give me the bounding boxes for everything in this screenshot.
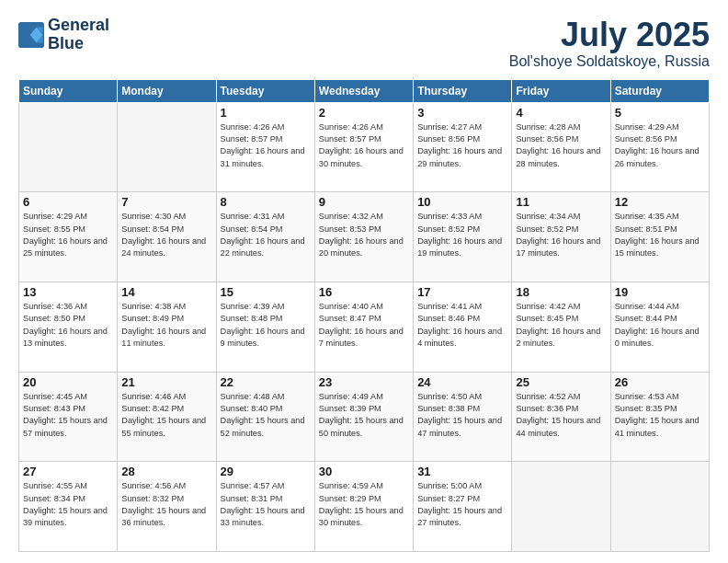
calendar-cell: 15Sunrise: 4:39 AMSunset: 8:48 PMDayligh… <box>216 282 314 372</box>
calendar-cell: 19Sunrise: 4:44 AMSunset: 8:44 PMDayligh… <box>610 282 709 372</box>
day-number: 5 <box>615 106 705 120</box>
day-number: 1 <box>221 106 311 120</box>
calendar-week-1: 1Sunrise: 4:26 AMSunset: 8:57 PMDaylight… <box>19 102 710 192</box>
month-title: July 2025 <box>509 17 710 53</box>
logo-text: General Blue <box>48 17 109 53</box>
calendar-cell: 18Sunrise: 4:42 AMSunset: 8:45 PMDayligh… <box>512 282 610 372</box>
day-info: Sunrise: 4:41 AMSunset: 8:46 PMDaylight:… <box>417 301 507 350</box>
day-info: Sunrise: 4:40 AMSunset: 8:47 PMDaylight:… <box>319 301 409 350</box>
weekday-header-tuesday: Tuesday <box>216 79 314 102</box>
calendar-cell: 9Sunrise: 4:32 AMSunset: 8:53 PMDaylight… <box>314 192 413 282</box>
day-number: 16 <box>319 285 409 299</box>
calendar-header-row: SundayMondayTuesdayWednesdayThursdayFrid… <box>19 79 710 102</box>
calendar-cell: 1Sunrise: 4:26 AMSunset: 8:57 PMDaylight… <box>216 102 314 192</box>
weekday-header-monday: Monday <box>118 79 216 102</box>
day-info: Sunrise: 4:53 AMSunset: 8:35 PMDaylight:… <box>615 391 705 440</box>
calendar-cell: 24Sunrise: 4:50 AMSunset: 8:38 PMDayligh… <box>414 372 512 462</box>
day-number: 4 <box>516 106 606 120</box>
page: General Blue July 2025 Bol'shoye Soldats… <box>0 0 728 563</box>
day-info: Sunrise: 4:31 AMSunset: 8:54 PMDaylight:… <box>221 211 311 259</box>
day-info: Sunrise: 5:00 AMSunset: 8:27 PMDaylight:… <box>417 480 507 529</box>
day-info: Sunrise: 4:48 AMSunset: 8:40 PMDaylight:… <box>221 391 311 440</box>
day-number: 17 <box>417 285 507 299</box>
day-info: Sunrise: 4:32 AMSunset: 8:53 PMDaylight:… <box>319 211 409 259</box>
day-info: Sunrise: 4:27 AMSunset: 8:56 PMDaylight:… <box>417 121 507 170</box>
day-number: 25 <box>516 375 606 389</box>
day-number: 27 <box>23 465 113 478</box>
day-info: Sunrise: 4:26 AMSunset: 8:57 PMDaylight:… <box>221 121 311 170</box>
weekday-header-saturday: Saturday <box>610 79 709 102</box>
day-info: Sunrise: 4:29 AMSunset: 8:56 PMDaylight:… <box>615 121 705 170</box>
day-number: 19 <box>615 285 705 299</box>
calendar-cell: 11Sunrise: 4:34 AMSunset: 8:52 PMDayligh… <box>512 192 610 282</box>
title-block: July 2025 Bol'shoye Soldatskoye, Russia <box>509 17 710 70</box>
calendar-cell: 10Sunrise: 4:33 AMSunset: 8:52 PMDayligh… <box>414 192 512 282</box>
calendar-cell: 17Sunrise: 4:41 AMSunset: 8:46 PMDayligh… <box>414 282 512 372</box>
day-number: 18 <box>516 285 606 299</box>
day-number: 10 <box>417 195 507 209</box>
calendar-cell: 6Sunrise: 4:29 AMSunset: 8:55 PMDaylight… <box>19 192 118 282</box>
day-info: Sunrise: 4:35 AMSunset: 8:51 PMDaylight:… <box>615 211 705 259</box>
calendar-cell: 25Sunrise: 4:52 AMSunset: 8:36 PMDayligh… <box>512 372 610 462</box>
day-info: Sunrise: 4:45 AMSunset: 8:43 PMDaylight:… <box>23 391 113 440</box>
calendar-week-5: 27Sunrise: 4:55 AMSunset: 8:34 PMDayligh… <box>19 462 710 552</box>
day-info: Sunrise: 4:33 AMSunset: 8:52 PMDaylight:… <box>417 211 507 259</box>
calendar-cell: 12Sunrise: 4:35 AMSunset: 8:51 PMDayligh… <box>610 192 709 282</box>
logo-line1: General <box>48 17 109 35</box>
calendar-week-4: 20Sunrise: 4:45 AMSunset: 8:43 PMDayligh… <box>19 372 710 462</box>
day-info: Sunrise: 4:56 AMSunset: 8:32 PMDaylight:… <box>121 480 211 529</box>
day-info: Sunrise: 4:44 AMSunset: 8:44 PMDaylight:… <box>615 301 705 350</box>
day-info: Sunrise: 4:28 AMSunset: 8:56 PMDaylight:… <box>516 121 606 170</box>
day-number: 9 <box>319 195 409 209</box>
calendar-cell: 4Sunrise: 4:28 AMSunset: 8:56 PMDaylight… <box>512 102 610 192</box>
calendar-cell: 7Sunrise: 4:30 AMSunset: 8:54 PMDaylight… <box>118 192 216 282</box>
day-number: 3 <box>417 106 507 120</box>
calendar-cell <box>610 462 709 552</box>
day-info: Sunrise: 4:29 AMSunset: 8:55 PMDaylight:… <box>23 211 113 259</box>
day-number: 12 <box>615 195 705 209</box>
calendar-cell <box>118 102 216 192</box>
calendar-cell: 29Sunrise: 4:57 AMSunset: 8:31 PMDayligh… <box>216 462 314 552</box>
day-number: 7 <box>121 195 211 209</box>
weekday-header-sunday: Sunday <box>19 79 118 102</box>
day-info: Sunrise: 4:52 AMSunset: 8:36 PMDaylight:… <box>516 391 606 440</box>
calendar-cell: 13Sunrise: 4:36 AMSunset: 8:50 PMDayligh… <box>19 282 118 372</box>
calendar-week-3: 13Sunrise: 4:36 AMSunset: 8:50 PMDayligh… <box>19 282 710 372</box>
calendar-cell: 8Sunrise: 4:31 AMSunset: 8:54 PMDaylight… <box>216 192 314 282</box>
day-info: Sunrise: 4:46 AMSunset: 8:42 PMDaylight:… <box>121 391 211 440</box>
day-info: Sunrise: 4:26 AMSunset: 8:57 PMDaylight:… <box>319 121 409 170</box>
day-number: 28 <box>121 465 211 478</box>
calendar-cell: 2Sunrise: 4:26 AMSunset: 8:57 PMDaylight… <box>314 102 413 192</box>
day-number: 31 <box>417 465 507 478</box>
day-info: Sunrise: 4:50 AMSunset: 8:38 PMDaylight:… <box>417 391 507 440</box>
logo: General Blue <box>18 17 109 53</box>
calendar-cell: 30Sunrise: 4:59 AMSunset: 8:29 PMDayligh… <box>314 462 413 552</box>
calendar-cell: 22Sunrise: 4:48 AMSunset: 8:40 PMDayligh… <box>216 372 314 462</box>
weekday-header-wednesday: Wednesday <box>314 79 413 102</box>
day-info: Sunrise: 4:34 AMSunset: 8:52 PMDaylight:… <box>516 211 606 259</box>
day-number: 22 <box>221 375 311 389</box>
day-number: 24 <box>417 375 507 389</box>
day-info: Sunrise: 4:30 AMSunset: 8:54 PMDaylight:… <box>121 211 211 259</box>
day-number: 26 <box>615 375 705 389</box>
calendar-cell <box>512 462 610 552</box>
day-number: 2 <box>319 106 409 120</box>
calendar-cell: 23Sunrise: 4:49 AMSunset: 8:39 PMDayligh… <box>314 372 413 462</box>
calendar-cell: 21Sunrise: 4:46 AMSunset: 8:42 PMDayligh… <box>118 372 216 462</box>
day-number: 14 <box>121 285 211 299</box>
day-number: 6 <box>23 195 113 209</box>
day-info: Sunrise: 4:36 AMSunset: 8:50 PMDaylight:… <box>23 301 113 350</box>
logo-line2: Blue <box>48 35 109 53</box>
calendar-cell <box>19 102 118 192</box>
calendar-cell: 26Sunrise: 4:53 AMSunset: 8:35 PMDayligh… <box>610 372 709 462</box>
day-number: 11 <box>516 195 606 209</box>
calendar-cell: 20Sunrise: 4:45 AMSunset: 8:43 PMDayligh… <box>19 372 118 462</box>
calendar-cell: 5Sunrise: 4:29 AMSunset: 8:56 PMDaylight… <box>610 102 709 192</box>
day-info: Sunrise: 4:59 AMSunset: 8:29 PMDaylight:… <box>319 480 409 529</box>
day-info: Sunrise: 4:49 AMSunset: 8:39 PMDaylight:… <box>319 391 409 440</box>
day-number: 13 <box>23 285 113 299</box>
day-info: Sunrise: 4:38 AMSunset: 8:49 PMDaylight:… <box>121 301 211 350</box>
day-info: Sunrise: 4:42 AMSunset: 8:45 PMDaylight:… <box>516 301 606 350</box>
day-number: 20 <box>23 375 113 389</box>
calendar-week-2: 6Sunrise: 4:29 AMSunset: 8:55 PMDaylight… <box>19 192 710 282</box>
